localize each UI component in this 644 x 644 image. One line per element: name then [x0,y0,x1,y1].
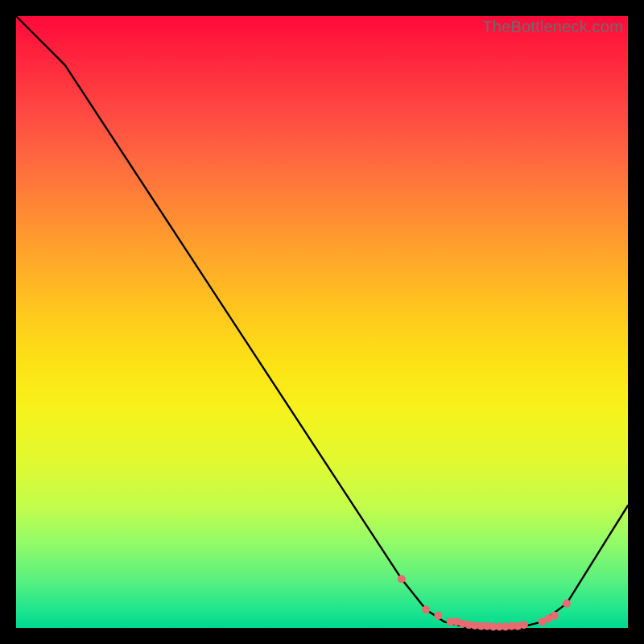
chart-svg [16,16,628,628]
marker-layer [398,575,571,630]
chart-frame: TheBottleneck.com [0,0,644,644]
marker-dot [563,600,571,608]
main-curve [16,16,628,628]
marker-dot [520,621,528,629]
marker-dot [422,605,430,613]
marker-dot [398,575,406,583]
marker-dot [434,612,442,620]
chart-line [16,16,628,628]
marker-dot [551,612,559,620]
plot-area: TheBottleneck.com [16,16,628,628]
